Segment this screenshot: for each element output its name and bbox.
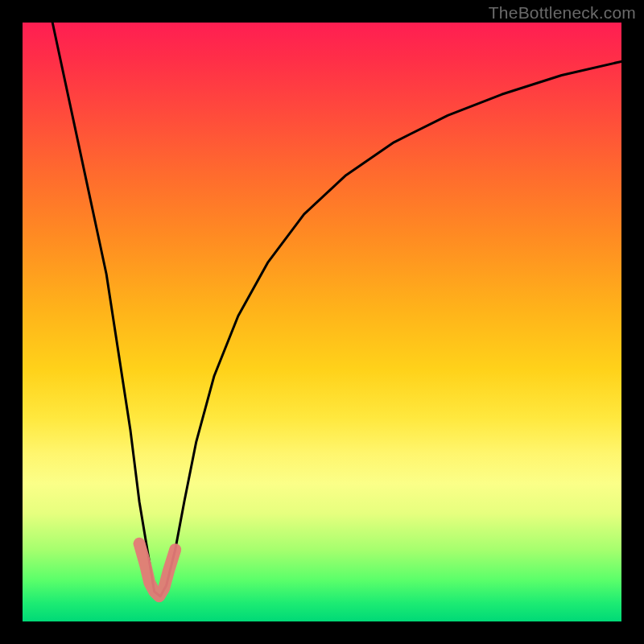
watermark-text: TheBottleneck.com [489,3,636,23]
bottleneck-curve [52,23,621,597]
bottom-highlight [139,543,175,596]
outer-frame: TheBottleneck.com [0,0,644,644]
plot-area [23,23,621,621]
curve-svg [23,23,621,621]
